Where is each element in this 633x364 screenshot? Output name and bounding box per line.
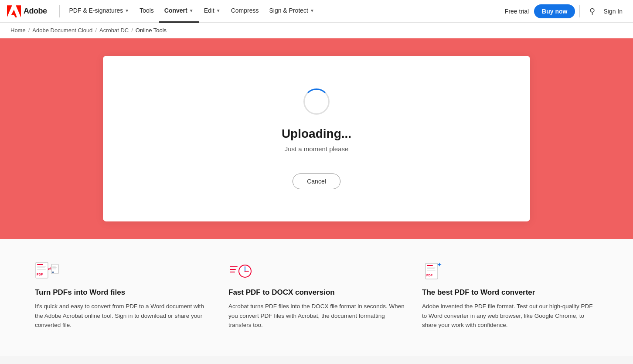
breadcrumb-home[interactable]: Home bbox=[10, 27, 26, 34]
search-icon[interactable]: ⚲ bbox=[584, 3, 600, 19]
brand-name: Adobe bbox=[24, 7, 47, 16]
breadcrumb: Home / Adobe Document Cloud / Acrobat DC… bbox=[0, 23, 633, 38]
svg-rect-12 bbox=[52, 267, 57, 268]
svg-text:⇌: ⇌ bbox=[48, 266, 51, 271]
nav-convert[interactable]: Convert ▼ bbox=[159, 0, 199, 23]
nav-tools[interactable]: Tools bbox=[134, 0, 159, 23]
chevron-down-icon: ▼ bbox=[216, 8, 221, 13]
brand-logo[interactable]: Adobe bbox=[7, 4, 47, 18]
upload-card: Uploading... Just a moment please Cancel bbox=[103, 56, 530, 221]
hero-section: Uploading... Just a moment please Cancel bbox=[0, 38, 633, 239]
nav-pdf-esignatures[interactable]: PDF & E-signatures ▼ bbox=[64, 0, 135, 23]
svg-rect-26 bbox=[427, 270, 436, 271]
breadcrumb-acrobat-dc[interactable]: Acrobat DC bbox=[99, 27, 129, 34]
breadcrumb-sep-1: / bbox=[28, 27, 30, 34]
svg-rect-4 bbox=[37, 264, 43, 265]
svg-rect-23 bbox=[427, 265, 433, 266]
sign-in-link[interactable]: Sign In bbox=[600, 8, 626, 15]
svg-marker-0 bbox=[16, 5, 21, 17]
uploading-subtitle: Just a moment please bbox=[285, 145, 349, 153]
chevron-down-icon: ▼ bbox=[310, 8, 314, 13]
svg-marker-2 bbox=[11, 10, 17, 17]
svg-rect-24 bbox=[427, 267, 436, 268]
breadcrumb-sep-3: / bbox=[131, 27, 133, 34]
svg-rect-11 bbox=[52, 266, 56, 267]
svg-rect-25 bbox=[427, 269, 435, 269]
svg-marker-1 bbox=[7, 5, 12, 17]
feature-item-2: Fast PDF to DOCX conversion Acrobat turn… bbox=[228, 261, 405, 330]
svg-rect-5 bbox=[37, 266, 46, 267]
uploading-title: Uploading... bbox=[282, 127, 351, 141]
fast-conversion-icon bbox=[228, 261, 253, 282]
svg-rect-6 bbox=[37, 268, 45, 269]
breadcrumb-online-tools: Online Tools bbox=[136, 27, 167, 34]
feature-3-title: The best PDF to Word converter bbox=[422, 288, 535, 297]
pdf-to-word-icon: PDF ⇌ W bbox=[35, 261, 59, 282]
loading-spinner bbox=[303, 88, 330, 115]
buy-now-button[interactable]: Buy now bbox=[534, 4, 575, 18]
cancel-button[interactable]: Cancel bbox=[293, 173, 340, 189]
nav-compress[interactable]: Compress bbox=[226, 0, 264, 23]
feature-item-3: PDF ✦ The best PDF to Word converter Ado… bbox=[422, 261, 598, 330]
adobe-logo-icon bbox=[7, 4, 21, 18]
breadcrumb-adobe-document-cloud[interactable]: Adobe Document Cloud bbox=[32, 27, 92, 34]
chevron-down-icon: ▼ bbox=[125, 8, 129, 13]
feature-2-desc: Acrobat turns PDF files into the DOCX fi… bbox=[228, 302, 405, 330]
features-section: PDF ⇌ W Turn PDFs into Word files It's q… bbox=[0, 239, 633, 356]
chevron-down-icon: ▼ bbox=[189, 8, 194, 13]
nav-divider bbox=[59, 5, 60, 17]
feature-1-title: Turn PDFs into Word files bbox=[35, 288, 125, 297]
feature-item-1: PDF ⇌ W Turn PDFs into Word files It's q… bbox=[35, 261, 211, 330]
breadcrumb-sep-2: / bbox=[95, 27, 97, 34]
feature-3-desc: Adobe invented the PDF file format. Test… bbox=[422, 302, 598, 330]
navbar: Adobe PDF & E-signatures ▼ Tools Convert… bbox=[0, 0, 633, 23]
svg-text:W: W bbox=[52, 271, 54, 273]
svg-text:PDF: PDF bbox=[37, 273, 43, 276]
feature-1-desc: It's quick and easy to convert from PDF … bbox=[35, 302, 211, 330]
svg-rect-7 bbox=[37, 269, 46, 270]
nav-divider-2 bbox=[579, 5, 580, 17]
best-converter-icon: PDF ✦ bbox=[422, 261, 446, 282]
nav-sign-protect[interactable]: Sign & Protect ▼ bbox=[264, 0, 319, 23]
svg-rect-13 bbox=[52, 269, 56, 269]
nav-free-trial[interactable]: Free trial bbox=[500, 8, 534, 15]
spinner-container bbox=[303, 88, 330, 115]
feature-2-title: Fast PDF to DOCX conversion bbox=[228, 288, 335, 297]
svg-text:PDF: PDF bbox=[426, 274, 433, 277]
svg-text:✦: ✦ bbox=[437, 261, 442, 268]
nav-edit[interactable]: Edit ▼ bbox=[199, 0, 226, 23]
